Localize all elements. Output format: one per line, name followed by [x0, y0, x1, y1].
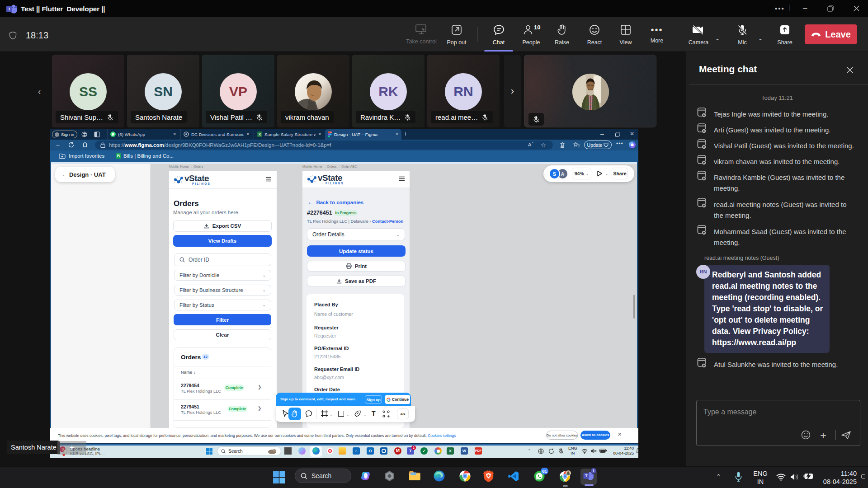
- svg-text:10: 10: [534, 24, 540, 31]
- svg-text:T: T: [8, 6, 11, 11]
- svg-text:X: X: [259, 132, 261, 136]
- svg-text:T: T: [585, 474, 588, 478]
